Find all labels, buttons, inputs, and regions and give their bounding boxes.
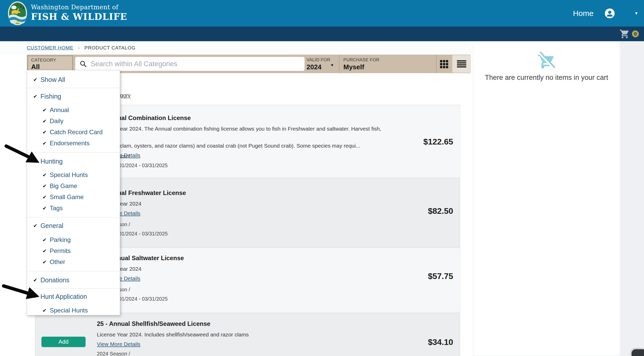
list-view-icon	[457, 60, 466, 67]
empty-cart-icon	[537, 52, 557, 70]
check-icon: ✔	[43, 308, 47, 313]
category-select-button[interactable]: CATEGORY All Categories ▼	[28, 56, 73, 72]
dropdown-item-show-all[interactable]: ✔Show All	[27, 76, 120, 83]
purchase-for-value: Myself	[343, 63, 379, 71]
list-view-button[interactable]	[452, 55, 471, 73]
product-description: License Year 2024	[97, 265, 401, 273]
product-title: 10 - Annual Saltwater License	[97, 255, 401, 262]
grid-view-button[interactable]	[440, 60, 448, 68]
search-box	[75, 57, 304, 71]
dropdown-item-label: Daily	[50, 117, 63, 125]
account-circle-icon[interactable]	[605, 9, 615, 18]
grid-view-icon	[440, 60, 448, 68]
dropdown-item-label: Endorsements	[50, 140, 90, 147]
dropdown-item-label: Show All	[40, 76, 65, 83]
product-price: $82.50	[428, 206, 453, 216]
cart-count-badge[interactable]: 0	[632, 30, 639, 37]
category-dropdown: ✔Show All✔Fishing✔Annual✔Daily✔Catch Rec…	[27, 70, 120, 315]
dropdown-item-special-hunts[interactable]: ✔Special Hunts	[27, 171, 120, 179]
dropdown-item-label: Permits	[50, 247, 71, 255]
dropdown-item-donations[interactable]: ✔Donations	[27, 276, 120, 284]
account-menu-caret-icon[interactable]: ▼	[634, 11, 638, 16]
dropdown-item-label: Parking	[50, 236, 71, 243]
dropdown-item-label: Hunt Application	[40, 293, 87, 300]
check-icon: ✔	[43, 194, 47, 200]
purchase-for-select[interactable]: PURCHASE FOR Myself	[343, 57, 379, 71]
dropdown-item-small-game[interactable]: ✔Small Game	[27, 193, 120, 201]
dropdown-item-label: Big Game	[50, 182, 77, 190]
product-price: $122.65	[423, 137, 453, 147]
breadcrumb: CUSTOMER HOME › PRODUCT CATALOG	[0, 41, 471, 55]
dropdown-item-hunt-application[interactable]: ✔Hunt Application	[27, 293, 120, 300]
wdfw-logo	[8, 1, 27, 25]
check-icon: ✔	[33, 158, 37, 164]
check-icon: ✔	[43, 118, 47, 124]
dropdown-item-label: Small Game	[50, 193, 84, 201]
product-title: 9 - Annual Freshwater License	[97, 189, 401, 197]
category-label: CATEGORY	[31, 58, 72, 63]
dropdown-item-parking[interactable]: ✔Parking	[27, 236, 120, 243]
check-icon: ✔	[43, 183, 47, 189]
dropdown-item-permits[interactable]: ✔Permits	[27, 247, 120, 255]
check-icon: ✔	[33, 223, 37, 229]
check-icon: ✔	[43, 259, 47, 265]
check-icon: ✔	[33, 294, 37, 300]
dropdown-divider	[27, 217, 120, 217]
dropdown-item-label: Annual	[50, 106, 69, 114]
dropdown-item-fishing[interactable]: ✔Fishing	[27, 93, 120, 100]
header-right: Home ▼	[573, 0, 644, 27]
dropdown-divider	[27, 88, 120, 88]
check-icon: ✔	[43, 172, 47, 178]
purchase-for-label: PURCHASE FOR	[343, 57, 379, 63]
dropdown-item-general[interactable]: ✔General	[27, 222, 120, 230]
dropdown-item-catch-record-card[interactable]: ✔Catch Record Card	[27, 129, 120, 136]
product-description: License Year 2024. The Annual combinatio…	[97, 124, 401, 141]
valid-for-select[interactable]: VALID FOR 2024	[307, 57, 330, 71]
valid-for-caret-icon: ▼	[330, 63, 334, 67]
dropdown-item-label: Fishing	[40, 93, 61, 100]
filter-divider	[436, 55, 437, 73]
dropdown-item-annual[interactable]: ✔Annual	[27, 106, 120, 114]
filter-divider	[339, 55, 340, 73]
product-price: $34.10	[428, 337, 453, 347]
product-title: 8 - Annual Combination License	[97, 114, 401, 122]
dropdown-item-label: Special Hunts	[50, 171, 88, 179]
search-icon	[79, 60, 87, 68]
app-header: Washington Department of FISH & WILDLIFE…	[0, 0, 644, 27]
product-info: 9 - Annual Freshwater License License Ye…	[97, 189, 401, 216]
breadcrumb-customer-home[interactable]: CUSTOMER HOME	[27, 45, 73, 51]
product-description: shellfish (clam, oysters, and razor clam…	[97, 141, 401, 150]
cart-panel: There are currently no items in your car…	[473, 42, 620, 356]
shopping-cart-icon[interactable]	[620, 29, 630, 39]
dropdown-item-endorsements[interactable]: ✔Endorsements	[27, 140, 120, 147]
category-link-fragment[interactable]: gory	[120, 92, 131, 98]
view-more-details-link[interactable]: View More Details	[97, 341, 140, 347]
dropdown-item-tags[interactable]: ✔Tags	[27, 205, 120, 212]
product-title: 25 - Annual Shellfish/Seaweed License	[97, 320, 401, 327]
feedback-widget-corner[interactable]	[632, 349, 644, 356]
dropdown-item-hunting[interactable]: ✔Hunting	[27, 158, 120, 165]
product-season: 2024 Season / 04/01/2024 - 03/31/2025	[97, 351, 168, 356]
dropdown-item-label: General	[40, 222, 63, 230]
check-icon: ✔	[43, 205, 47, 211]
add-to-cart-button[interactable]: Add	[41, 337, 86, 347]
product-info: 10 - Annual Saltwater License License Ye…	[97, 255, 401, 282]
product-description: License Year 2024. Includes shellfish/se…	[97, 330, 401, 339]
product-row: Add 25 - Annual Shellfish/Seaweed Licens…	[35, 313, 460, 356]
dropdown-item-label: Catch Record Card	[50, 129, 103, 136]
dropdown-item-special-hunts[interactable]: ✔Special Hunts	[27, 307, 120, 314]
dropdown-divider	[27, 288, 120, 289]
home-link[interactable]: Home	[573, 9, 594, 18]
dept-line2: FISH & WILDLIFE	[31, 11, 127, 22]
product-info: 8 - Annual Combination License License Y…	[97, 114, 401, 158]
wdfw-logo-icon	[8, 1, 27, 25]
search-input[interactable]	[91, 60, 297, 68]
check-icon: ✔	[33, 77, 37, 83]
valid-for-label: VALID FOR	[307, 57, 330, 63]
product-description: License Year 2024	[97, 199, 401, 208]
dropdown-item-daily[interactable]: ✔Daily	[27, 117, 120, 125]
check-icon: ✔	[43, 248, 47, 254]
dropdown-item-big-game[interactable]: ✔Big Game	[27, 182, 120, 190]
season-label: 2024 Season /	[97, 351, 168, 356]
dropdown-item-other[interactable]: ✔Other	[27, 258, 120, 266]
